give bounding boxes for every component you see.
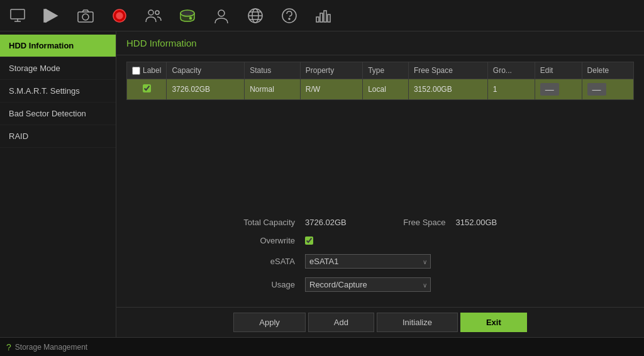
- sidebar: HDD Information Storage Mode S.M.A.R.T. …: [0, 31, 116, 337]
- svg-rect-23: [324, 11, 326, 22]
- network-icon[interactable]: [244, 4, 267, 27]
- esata-select-wrap[interactable]: eSATA1: [305, 254, 431, 269]
- row-status: Normal: [245, 79, 301, 100]
- button-row: Apply Add Initialize Exit: [116, 307, 644, 337]
- esata-select[interactable]: eSATA1: [305, 254, 431, 269]
- svg-rect-24: [328, 14, 330, 22]
- content-title: HDD Information: [116, 31, 644, 55]
- svg-point-8: [148, 10, 153, 15]
- help-icon[interactable]: [278, 4, 301, 27]
- status-text: Storage Management: [15, 343, 87, 352]
- hdd-table: Label Capacity Status Property Type Free…: [126, 62, 634, 100]
- overwrite-row: Overwrite: [230, 236, 531, 245]
- svg-point-7: [116, 13, 123, 19]
- svg-point-11: [180, 15, 194, 21]
- free-space-label: Free Space: [380, 218, 456, 227]
- svg-rect-21: [316, 17, 319, 22]
- th-property: Property: [300, 62, 362, 79]
- free-space-value: 3152.00GB: [456, 218, 531, 227]
- svg-rect-3: [44, 9, 46, 22]
- hdd-icon[interactable]: [176, 4, 199, 27]
- table-row[interactable]: 3726.02GB Normal R/W Local 3152.00GB 1 —…: [127, 79, 634, 100]
- th-edit: Edit: [535, 62, 582, 79]
- usage-select[interactable]: Record/Capture: [305, 277, 431, 292]
- toolbar: [0, 0, 644, 31]
- hdd-table-area: Label Capacity Status Property Type Free…: [116, 55, 644, 106]
- record-icon[interactable]: [108, 4, 131, 27]
- edit-button[interactable]: —: [540, 83, 559, 96]
- camera-icon[interactable]: [74, 4, 97, 27]
- status-bar: ? Storage Management: [0, 337, 644, 356]
- svg-point-5: [82, 14, 89, 20]
- row-delete[interactable]: —: [582, 79, 633, 100]
- row-free-space: 3152.00GB: [408, 79, 487, 100]
- row-checkbox[interactable]: [143, 84, 151, 92]
- exit-button[interactable]: Exit: [460, 313, 527, 332]
- usage-row: Usage Record/Capture: [230, 277, 531, 292]
- status-help-icon: ?: [6, 342, 11, 352]
- sidebar-item-hdd-information[interactable]: HDD Information: [0, 35, 116, 57]
- esata-label: eSATA: [230, 257, 305, 266]
- playback-icon[interactable]: [40, 4, 63, 27]
- total-capacity-value: 3726.02GB: [305, 218, 380, 227]
- svg-point-20: [289, 18, 290, 19]
- svg-rect-0: [11, 9, 25, 19]
- esata-row: eSATA eSATA1: [230, 254, 531, 269]
- th-capacity: Capacity: [167, 62, 245, 79]
- row-edit[interactable]: —: [535, 79, 582, 100]
- sidebar-item-raid[interactable]: RAID: [0, 125, 116, 148]
- th-status: Status: [245, 62, 301, 79]
- sidebar-item-smart-settings[interactable]: S.M.A.R.T. Settings: [0, 80, 116, 103]
- th-delete: Delete: [582, 62, 633, 79]
- capacity-row: Total Capacity 3726.02GB Free Space 3152…: [230, 218, 531, 227]
- usage-select-wrap[interactable]: Record/Capture: [305, 277, 431, 292]
- monitor-icon[interactable]: [6, 4, 29, 27]
- th-free-space: Free Space: [408, 62, 487, 79]
- svg-point-12: [190, 17, 192, 19]
- stats-icon[interactable]: [312, 4, 335, 27]
- th-checkbox: Label: [127, 62, 167, 79]
- total-capacity-label: Total Capacity: [230, 218, 305, 227]
- usage-label: Usage: [230, 280, 305, 289]
- row-property: R/W: [300, 79, 362, 100]
- svg-point-9: [155, 11, 159, 14]
- sidebar-item-storage-mode[interactable]: Storage Mode: [0, 57, 116, 80]
- svg-rect-22: [320, 13, 323, 22]
- th-group: Gro...: [487, 62, 535, 79]
- free-space-group: Free Space 3152.00GB: [380, 218, 531, 227]
- delete-button[interactable]: —: [587, 83, 606, 96]
- row-group: 1: [487, 79, 535, 100]
- apply-button[interactable]: Apply: [233, 313, 306, 332]
- overwrite-label: Overwrite: [230, 236, 305, 245]
- main-area: HDD Information Storage Mode S.M.A.R.T. …: [0, 31, 644, 337]
- initialize-button[interactable]: Initialize: [377, 313, 458, 332]
- content-area: HDD Information Label Capacity Status: [116, 31, 644, 337]
- header-checkbox[interactable]: [132, 67, 140, 75]
- overwrite-checkbox[interactable]: [305, 236, 313, 245]
- row-checkbox-cell: [127, 79, 167, 100]
- user-icon[interactable]: [210, 4, 233, 27]
- sidebar-item-bad-sector[interactable]: Bad Sector Detection: [0, 103, 116, 125]
- th-type: Type: [363, 62, 409, 79]
- add-button[interactable]: Add: [308, 313, 374, 332]
- info-area: Total Capacity 3726.02GB Free Space 3152…: [116, 106, 644, 307]
- row-capacity: 3726.02GB: [167, 79, 245, 100]
- row-type: Local: [363, 79, 409, 100]
- people-icon[interactable]: [142, 4, 165, 27]
- svg-point-13: [218, 10, 225, 16]
- total-capacity-group: Total Capacity 3726.02GB: [230, 218, 380, 227]
